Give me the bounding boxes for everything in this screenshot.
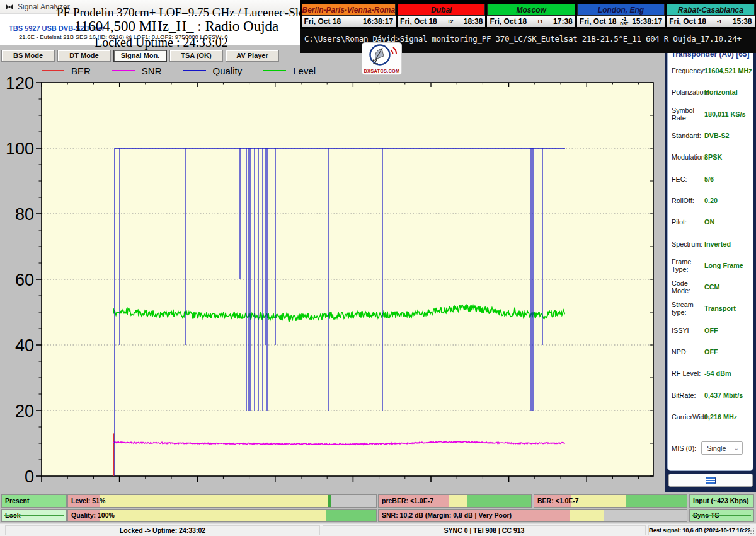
param-value: Transport <box>704 305 736 312</box>
meter-label: Input (~423 Kbps) <box>690 495 753 507</box>
clock-city: Dubai <box>398 4 485 16</box>
param-value: 8PSK <box>704 153 722 161</box>
clock-utc-offset: +1 <box>537 20 543 24</box>
clock-utc-offset: +2 <box>447 20 454 24</box>
param-value: 0.20 <box>704 197 718 204</box>
clock-offset-value: -1 <box>717 20 722 24</box>
satellite-dish-icon <box>363 43 401 67</box>
chart-legend: BERSNRQualityLevel <box>42 65 337 76</box>
legend-label: BER <box>71 66 91 76</box>
clock-london-eng: London, EngFri, Oct 18-1DST15:38:17 <box>577 4 665 27</box>
screen: Signal Analyzer PF Prodelin 370cm+ LOF=9… <box>0 0 756 536</box>
param-row-rf-level: RF Level:-54 dBm <box>668 363 753 384</box>
terminal-prompt: C:\Users\Roman Dávid>Signal monitoring_P… <box>300 29 756 44</box>
frequency-title: 11604,500 MHz_H_ : Radio Oujda <box>74 18 278 35</box>
param-row-rolloff: RollOff:0.20 <box>668 190 753 211</box>
chevron-down-icon: ⌄ <box>734 445 742 452</box>
param-label: Modulation: <box>672 153 704 161</box>
param-row-modulation: Modulation:8PSK <box>668 146 753 168</box>
param-row-issyi: ISSYIOFF <box>668 320 753 341</box>
meter-label: Level: 51% <box>68 495 376 507</box>
clock-city: London, Eng <box>577 4 665 16</box>
meter-label: Lock <box>2 510 66 521</box>
y-axis-label: 80 <box>15 205 34 224</box>
status-uptime: Locked -> Uptime: 24:33:02 <box>5 525 320 535</box>
param-value: OFF <box>704 348 718 356</box>
param-label: NPD: <box>672 348 704 356</box>
param-value: 5/6 <box>704 175 714 183</box>
param-row-fec: FEC:5/6 <box>668 168 753 189</box>
param-row-polarization: Polarization:Horizontal <box>668 81 753 103</box>
tab-dt-mode[interactable]: DT Mode <box>57 50 111 62</box>
param-value: Inverted <box>704 240 731 248</box>
clock-dubai: DubaiFri, Oct 18+218:38 <box>398 4 485 27</box>
clock-time-value: 18:38 <box>464 17 483 26</box>
param-value: 180,011 KS/s <box>704 110 745 118</box>
status-sync: SYNC 0 | TEI 908 | CC 913 <box>323 525 646 535</box>
param-label: FEC: <box>672 175 704 183</box>
mis-select[interactable]: Single ⌄ <box>701 441 743 455</box>
param-row-symbol-rate: Symbol Rate:180,011 KS/s <box>668 103 753 125</box>
param-value: -54 dBm <box>704 370 731 377</box>
meter-label: SNR: 10,2 dB (Margin: 0,8 dB | Very Poor… <box>379 510 687 521</box>
clock-time-value: 15:38:17 <box>632 17 662 26</box>
param-row-bitrate: BitRate:0,437 Mbit/s <box>668 384 753 405</box>
param-label: Standard: <box>672 132 704 139</box>
meter-label: BER: <1.0E-7 <box>534 495 687 507</box>
clock-utc-offset: -1 <box>717 20 722 24</box>
legend-item-level: Level <box>263 66 316 76</box>
param-value: 11604,521 MHz <box>704 67 752 74</box>
tab-tsa-ok[interactable]: TSA (OK) <box>169 50 223 62</box>
dxsatcs-logo-text: DXSATCS.COM <box>362 68 401 74</box>
param-row-stream-type: Stream type:Transport <box>668 298 753 319</box>
meter-preber: preBER: <1.0E-7 <box>378 494 532 508</box>
param-label: CarrierWidth: <box>672 413 704 421</box>
y-axis-label: 20 <box>15 402 34 421</box>
param-label: Pilot: <box>672 218 704 226</box>
param-row-spectrum: Spectrum:Inverted <box>668 233 753 254</box>
mis-label: MIS (0): <box>672 445 701 452</box>
legend-swatch-level <box>263 70 286 71</box>
clock-time-value: 15:38 <box>733 17 752 26</box>
tab-bs-mode[interactable]: BS Mode <box>1 50 55 62</box>
signal-chart: 020406080100120 <box>0 74 665 497</box>
resize-grip[interactable] <box>748 528 754 534</box>
legend-item-snr: SNR <box>112 66 162 76</box>
clock-time-value: 17:38 <box>553 17 573 26</box>
tab-av-player[interactable]: AV Player <box>226 50 279 62</box>
transponder-list-button[interactable] <box>668 474 753 487</box>
tab-signal-mon[interactable]: Signal Mon. <box>113 50 167 62</box>
list-icon <box>706 477 716 484</box>
param-row-pilot: Pilot:ON <box>668 211 753 233</box>
param-row-code-mode: Code Mode:CCM <box>668 276 753 298</box>
badge-lock: Lock <box>1 509 67 522</box>
param-row-standard: Standard:DVB-S2 <box>668 125 753 146</box>
clock-datetime: Fri, Oct 1816:38:17 <box>302 16 396 27</box>
transponder-params: Frequency:11604,521 MHzPolarization:Hori… <box>668 60 753 428</box>
badge-present: Present <box>1 494 67 508</box>
legend-label: SNR <box>142 66 162 76</box>
legend-item-quality: Quality <box>183 66 243 76</box>
world-clock-bar: Berlin-Paris-Vienna-RomaFri, Oct 1816:38… <box>300 0 756 29</box>
clock-rabat-casablanca: Rabat-CasablancaFri, Oct 18-115:38 <box>667 4 754 27</box>
clock-datetime: Fri, Oct 18+117:38 <box>487 16 575 27</box>
uptime-title: Locked Uptime : 24:33:02 <box>94 35 228 50</box>
param-label: Code Mode: <box>672 279 704 294</box>
param-label: BitRate: <box>672 392 704 399</box>
y-axis-label: 120 <box>6 74 34 93</box>
param-row-frequency: Frequency:11604,521 MHz <box>668 60 753 81</box>
legend-swatch-snr <box>112 70 135 71</box>
param-value: 0,216 MHz <box>704 413 737 421</box>
param-label: RollOff: <box>672 197 704 204</box>
clock-city: Berlin-Paris-Vienna-Roma <box>302 4 396 16</box>
clock-date: Fri, Oct 18 <box>304 17 341 26</box>
meter-label: Present <box>2 495 66 507</box>
clock-dst-flag: DST <box>620 21 628 26</box>
meter-label: preBER: <1.0E-7 <box>379 495 531 507</box>
param-value: OFF <box>704 327 718 334</box>
param-label: Stream type: <box>672 301 704 316</box>
mis-value: Single <box>707 445 726 452</box>
clock-date: Fri, Oct 18 <box>490 17 527 26</box>
y-axis-label: 40 <box>15 336 34 355</box>
legend-label: Level <box>293 66 316 76</box>
